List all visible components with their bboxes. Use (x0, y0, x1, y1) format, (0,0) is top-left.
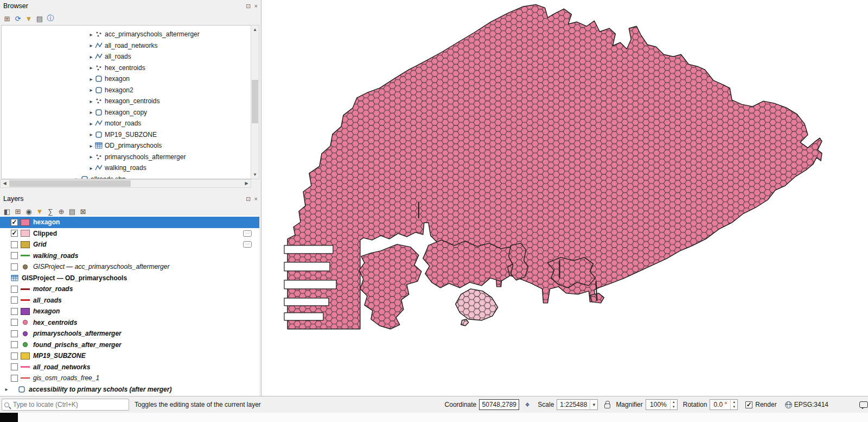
browser-tree[interactable]: ▸acc_primaryschools_aftermerger▸all_road… (1, 25, 259, 179)
filter-expression-icon[interactable]: ∑ (46, 206, 55, 216)
layer-checkbox[interactable] (11, 297, 18, 304)
expand-arrow-icon[interactable]: ▸ (87, 54, 95, 60)
layer-item[interactable]: found_prischs_after_merger (0, 339, 259, 351)
layer-checkbox[interactable] (11, 319, 18, 326)
add-group-icon[interactable]: ⊞ (13, 206, 23, 216)
map-canvas[interactable] (261, 0, 868, 396)
layer-item[interactable]: all_roads (0, 295, 259, 306)
layer-item[interactable]: gis_osm_roads_free_1 (0, 373, 259, 384)
crs-label[interactable]: EPSG:3414 (794, 401, 828, 408)
edit-indicator-icon[interactable] (243, 241, 252, 248)
edit-indicator-icon[interactable] (243, 230, 252, 237)
remove-layer-icon[interactable]: ⊠ (78, 206, 88, 216)
spin-up-icon[interactable]: ▲ (731, 400, 737, 405)
layer-checkbox[interactable] (11, 352, 18, 360)
layer-item[interactable]: hex_centroids (0, 317, 259, 329)
scroll-left-icon[interactable]: ◀ (1, 180, 9, 187)
mouse-extent-icon[interactable]: ⌖ (522, 400, 532, 410)
float-panel-icon[interactable]: ⊡ (246, 196, 251, 203)
layer-item[interactable]: ✓hexagon (0, 217, 259, 228)
layers-list[interactable]: ✓hexagon✓ClippedGridwalking_roadsGISProj… (0, 216, 259, 396)
spin-down-icon[interactable]: ▼ (731, 405, 737, 410)
browser-item[interactable]: ▸OD_primaryschools (2, 140, 249, 152)
browser-item[interactable]: ▸motor_roads (2, 118, 249, 129)
messages-icon[interactable] (859, 401, 868, 408)
layer-checkbox[interactable]: ✓ (11, 219, 18, 226)
layer-item[interactable]: Grid (0, 239, 259, 250)
browser-item[interactable]: ▸hexagon_copy (2, 107, 249, 118)
close-panel-icon[interactable]: × (254, 196, 258, 202)
spin-buttons[interactable]: ▲▼ (730, 400, 737, 410)
expand-arrow-icon[interactable]: ▸ (87, 165, 95, 171)
expand-arrow-icon[interactable]: ▸ (87, 76, 95, 82)
locator-box[interactable] (2, 399, 129, 411)
globe-crs-icon[interactable] (785, 401, 792, 408)
locator-input[interactable] (12, 400, 126, 409)
layer-item[interactable]: walking_roads (0, 250, 259, 262)
layer-checkbox[interactable] (11, 363, 18, 370)
layer-item[interactable]: primaryschools_aftermerger (0, 328, 259, 339)
panel-splitter[interactable] (0, 188, 261, 193)
layer-checkbox[interactable] (11, 330, 18, 337)
layer-item[interactable]: ✓Clipped (0, 228, 259, 240)
layer-item[interactable]: GISProject — OD_primaryschools (0, 273, 259, 284)
expand-arrow-icon[interactable]: ▸ (87, 32, 95, 37)
layer-checkbox[interactable]: ✓ (11, 230, 18, 237)
browser-vertical-scrollbar[interactable]: ▲ ▼ (251, 25, 259, 179)
refresh-icon[interactable]: ⟳ (13, 14, 23, 23)
expand-all-icon[interactable]: ⊕ (56, 206, 66, 216)
scrollbar-thumb[interactable] (252, 80, 258, 123)
scroll-up-icon[interactable]: ▲ (251, 26, 259, 34)
browser-item[interactable]: ▸acc_primaryschools_aftermerger (2, 29, 249, 40)
browser-item[interactable]: ▸hex_centroids (2, 62, 249, 74)
layer-checkbox[interactable] (11, 241, 18, 248)
lock-scale-icon[interactable] (604, 404, 610, 408)
filter-legend-icon[interactable]: ▼ (35, 206, 44, 216)
layer-item[interactable]: all_road_networks (0, 362, 259, 373)
browser-item[interactable]: ▸hexagon_centroids (2, 96, 249, 107)
chevron-down-icon[interactable]: ▼ (590, 400, 597, 410)
rotation-spinbox[interactable]: 0.0 ° ▲▼ (710, 399, 738, 410)
magnifier-spinbox[interactable]: 100% ▲▼ (646, 399, 678, 410)
close-panel-icon[interactable]: × (254, 3, 258, 9)
expand-arrow-icon[interactable]: ▸ (87, 65, 95, 71)
float-panel-icon[interactable]: ⊡ (246, 3, 251, 10)
coordinate-display[interactable]: 50748,2789 (479, 399, 519, 410)
expand-arrow-icon[interactable]: ▸ (87, 121, 95, 127)
properties-widget-icon[interactable]: ⓘ (46, 14, 55, 23)
layer-checkbox[interactable] (11, 263, 18, 270)
scrollbar-thumb[interactable] (9, 180, 131, 187)
browser-item[interactable]: ▸MP19_SUBZONE (2, 129, 249, 141)
expand-arrow-icon[interactable]: ▸ (87, 143, 95, 149)
expand-arrow-icon[interactable]: ▸ (87, 154, 95, 160)
scroll-right-icon[interactable]: ▶ (242, 180, 251, 187)
layer-checkbox[interactable] (11, 375, 18, 382)
browser-item[interactable]: ▸allroads.shp (2, 174, 249, 180)
browser-item[interactable]: ▸walking_roads (2, 162, 249, 174)
layer-item[interactable]: hexagon (0, 306, 259, 317)
browser-item[interactable]: ▸all_roads (2, 51, 249, 62)
filter-browser-icon[interactable]: ▼ (24, 14, 34, 23)
browser-item[interactable]: ▸all_road_networks (2, 40, 249, 52)
layer-item[interactable]: MP19_SUBZONE (0, 350, 259, 362)
layer-checkbox[interactable] (11, 252, 18, 259)
layer-item[interactable]: GISProject — acc_primaryschools_aftermer… (0, 261, 259, 273)
scroll-down-icon[interactable]: ▼ (251, 171, 259, 179)
collapse-all-icon[interactable]: ▤ (67, 206, 77, 216)
browser-item[interactable]: ▸hexagon (2, 73, 249, 85)
spin-buttons[interactable]: ▲▼ (670, 400, 677, 410)
browser-horizontal-scrollbar[interactable]: ◀ ▶ (0, 179, 251, 188)
scale-combobox[interactable]: 1:225488 ▼ (557, 399, 598, 410)
add-layer-icon[interactable]: ⊞ (2, 14, 12, 23)
browser-item[interactable]: ▸hexagon2 (2, 85, 249, 96)
expand-arrow-icon[interactable]: ▸ (87, 98, 95, 104)
expand-arrow-icon[interactable]: ▸ (87, 131, 95, 137)
expand-arrow-icon[interactable]: ▸ (87, 87, 95, 93)
layer-checkbox[interactable] (11, 286, 18, 293)
expand-arrow-icon[interactable]: ▸ (2, 386, 11, 392)
expand-arrow-icon[interactable]: ▸ (87, 109, 95, 115)
spin-up-icon[interactable]: ▲ (671, 400, 677, 405)
spin-down-icon[interactable]: ▼ (671, 405, 677, 410)
browser-item[interactable]: ▸primaryschools_aftermerger (2, 152, 249, 163)
layer-item[interactable]: ▸accessibility to primary schools (after… (0, 384, 259, 395)
